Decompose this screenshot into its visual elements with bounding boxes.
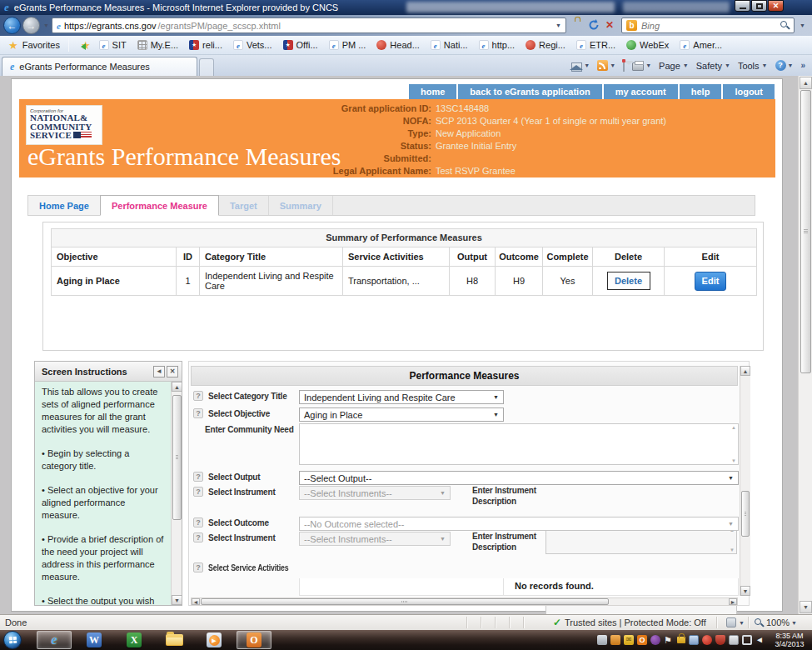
favorite-item[interactable]: Regi... [526, 40, 565, 50]
flag-tray-icon[interactable]: ⚑ [664, 635, 674, 645]
clipboard-tray-icon[interactable] [729, 635, 739, 645]
close-button[interactable]: ✕ [768, 0, 784, 12]
scrollbar-thumb[interactable] [741, 491, 750, 537]
favorite-item[interactable]: eETR... [576, 40, 615, 50]
favorite-item[interactable]: eAmer... [680, 40, 722, 50]
stop-button[interactable]: ✕ [605, 19, 614, 31]
nav-help-button[interactable]: help [680, 84, 722, 99]
page-menu[interactable]: Page▼ [659, 61, 689, 71]
collapse-panel-icon[interactable]: ◄ [153, 366, 165, 378]
edit-button[interactable]: Edit [695, 272, 726, 291]
scroll-up-icon[interactable]: ▲ [800, 77, 812, 89]
address-dropdown-icon[interactable]: ▼ [555, 22, 561, 28]
help-icon[interactable]: ? [193, 562, 203, 572]
mail-tray-icon[interactable]: ✉ [624, 635, 634, 645]
taskbar-clock[interactable]: 8:35 AM 3/4/2013 [769, 632, 810, 648]
nav-back-to-egrants-button[interactable]: back to eGrants application [458, 84, 601, 99]
search-box[interactable]: b Bing [621, 18, 795, 33]
forward-button[interactable]: → [22, 17, 40, 34]
scrollbar-thumb[interactable] [201, 598, 609, 605]
delete-button[interactable]: Delete [607, 272, 650, 290]
taskbar-excel-button[interactable]: X [117, 631, 152, 649]
favorite-item[interactable]: My.E... [137, 40, 178, 50]
nav-my-account-button[interactable]: my account [604, 84, 678, 99]
help-icon[interactable]: ? [193, 408, 203, 418]
help-menu[interactable]: ?▼ [775, 60, 794, 71]
favorite-item[interactable]: eNati... [431, 40, 468, 50]
favorite-item[interactable]: ★reli... [189, 40, 222, 50]
nav-logout-button[interactable]: logout [723, 84, 775, 99]
tab-performance-measure[interactable]: Performance Measure [100, 195, 219, 216]
protected-mode-icon[interactable] [726, 618, 736, 628]
help-icon[interactable]: ? [193, 391, 203, 401]
volume-tray-icon[interactable]: ◄ [755, 635, 765, 645]
community-need-textarea[interactable]: ▲▼ [299, 423, 739, 465]
scroll-up-icon[interactable]: ▲ [172, 382, 182, 392]
favorite-item[interactable]: ePM ... [329, 40, 366, 50]
print-button[interactable]: ▼ [632, 60, 651, 71]
taskbar-explorer-button[interactable] [157, 631, 192, 649]
recent-pages-dropdown-icon[interactable]: ▼ [43, 22, 49, 28]
home-button[interactable]: ▼ [571, 60, 590, 72]
add-favorite-icon[interactable]: ★ [81, 40, 91, 51]
search-icon[interactable] [780, 21, 790, 30]
help-icon[interactable]: ? [193, 472, 203, 482]
antivirus-tray-icon[interactable] [702, 635, 712, 645]
instructions-scrollbar[interactable]: ▲ ▼ [171, 382, 182, 605]
scroll-right-icon[interactable]: ► [729, 598, 737, 605]
printer-tray-icon[interactable] [597, 635, 607, 645]
form-horizontal-scrollbar[interactable]: ◄ ► [191, 598, 738, 606]
favorite-item[interactable]: eVets... [233, 40, 272, 50]
chevron-down-icon[interactable]: ▼ [739, 620, 745, 626]
scrollbar-thumb[interactable] [172, 395, 182, 520]
scroll-down-icon[interactable]: ▼ [740, 586, 750, 596]
shield-tray-icon[interactable] [715, 635, 725, 645]
scrollbar-thumb[interactable] [800, 90, 811, 373]
chevron-more-icon[interactable]: » [800, 61, 805, 70]
form-vertical-scrollbar[interactable]: ▲ ▼ [740, 366, 750, 596]
purple-app-tray-icon[interactable] [650, 635, 660, 645]
scroll-down-icon[interactable]: ▼ [800, 601, 812, 613]
tab-home-page[interactable]: Home Page [28, 196, 101, 215]
help-icon[interactable]: ? [193, 487, 203, 497]
objective-select[interactable]: Aging in Place▼ [299, 408, 504, 422]
favorites-button[interactable]: ★ Favorites [0, 40, 68, 51]
safety-menu[interactable]: Safety▼ [696, 61, 730, 71]
zoom-level[interactable]: 100% [766, 618, 790, 628]
scroll-left-icon[interactable]: ◄ [192, 598, 200, 605]
close-panel-icon[interactable]: ✕ [167, 366, 178, 378]
start-button[interactable] [3, 631, 22, 649]
help-icon[interactable]: ? [193, 532, 203, 542]
new-tab-stub[interactable] [199, 58, 214, 76]
maximize-button[interactable] [751, 0, 767, 12]
display-tray-icon[interactable] [742, 635, 752, 645]
browser-tab[interactable]: e eGrants Performance Measures [2, 57, 197, 76]
favorite-item[interactable]: WebEx [626, 40, 669, 50]
chevron-down-icon[interactable]: ▼ [791, 620, 797, 626]
address-bar[interactable]: e https://egrants.cns.gov/egrantsPM/page… [52, 18, 566, 33]
browser-scrollbar[interactable]: ▲ ▼ [798, 76, 812, 614]
favorite-item[interactable]: Head... [376, 40, 419, 50]
scroll-up-icon[interactable]: ▲ [740, 366, 750, 376]
refresh-button[interactable] [588, 19, 600, 32]
favorite-item[interactable]: ★Offi... [283, 40, 318, 50]
taskbar-word-button[interactable]: W [77, 631, 112, 649]
favorite-item[interactable]: eSIT [99, 40, 127, 50]
help-icon[interactable]: ? [193, 518, 203, 528]
favorite-item[interactable]: ehttp... [479, 40, 516, 50]
taskbar-outlook-button[interactable]: O [237, 631, 271, 649]
back-button[interactable]: ← [3, 17, 21, 34]
security-zone-text[interactable]: Trusted sites | Protected Mode: Off [565, 618, 706, 628]
nav-home-button[interactable]: home [409, 84, 456, 99]
outlook-tray-icon[interactable]: O [637, 635, 647, 645]
lock-tray-icon[interactable] [677, 637, 685, 643]
taskbar-media-player-button[interactable]: ▶ [197, 631, 232, 649]
feeds-button[interactable]: ▼ [597, 60, 615, 71]
network-share-tray-icon[interactable] [689, 635, 699, 645]
scroll-down-icon[interactable]: ▼ [172, 595, 182, 605]
image-tray-icon[interactable] [610, 635, 620, 645]
output-select[interactable]: --Select Output--▼ [299, 471, 739, 485]
tools-menu[interactable]: Tools▼ [738, 61, 768, 71]
outcome-select[interactable]: --No Outcome selected--▼ [299, 517, 739, 531]
taskbar-ie-button[interactable]: e [37, 631, 72, 649]
